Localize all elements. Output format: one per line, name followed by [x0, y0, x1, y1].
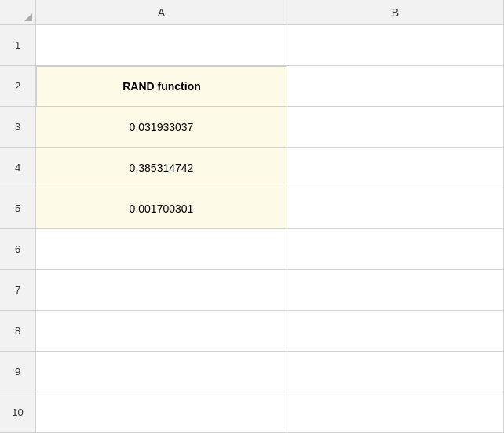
cell-c8[interactable]: [287, 311, 504, 352]
row-header-8: 8: [0, 311, 36, 352]
cell-c5[interactable]: [287, 188, 504, 229]
cell-b3[interactable]: 0.031933037: [36, 107, 287, 148]
cell-c4[interactable]: [287, 148, 504, 188]
row-header-7: 7: [0, 270, 36, 311]
row-header-2: 2: [0, 66, 36, 107]
cell-b6[interactable]: [36, 229, 287, 270]
col-header-a[interactable]: A: [36, 0, 287, 25]
row-header-10: 10: [0, 392, 36, 433]
col-header-b[interactable]: B: [287, 0, 504, 25]
row-header-5: 5: [0, 188, 36, 229]
row-header-3: 3: [0, 107, 36, 148]
cell-c6[interactable]: [287, 229, 504, 270]
row-header-9: 9: [0, 352, 36, 392]
row-header-1: 1: [0, 25, 36, 66]
cell-c7[interactable]: [287, 270, 504, 311]
cell-b2[interactable]: RAND function: [36, 66, 287, 107]
cell-b7[interactable]: [36, 270, 287, 311]
cell-c3[interactable]: [287, 107, 504, 148]
cell-b5[interactable]: 0.001700301: [36, 188, 287, 229]
spreadsheet: A B 1 2 RAND function 3 0.031933037 4 0.…: [0, 0, 504, 434]
row-header-6: 6: [0, 229, 36, 270]
grid: A B 1 2 RAND function 3 0.031933037 4 0.…: [0, 0, 504, 434]
row-header-4: 4: [0, 148, 36, 188]
cell-b4[interactable]: 0.385314742: [36, 148, 287, 188]
cell-b10[interactable]: [36, 392, 287, 433]
corner-cell: [0, 0, 36, 25]
cell-a1[interactable]: [36, 25, 287, 66]
cell-bc1[interactable]: [287, 25, 504, 66]
cell-c10[interactable]: [287, 392, 504, 433]
cell-b9[interactable]: [36, 352, 287, 392]
cell-c9[interactable]: [287, 352, 504, 392]
cell-b8[interactable]: [36, 311, 287, 352]
cell-c2[interactable]: [287, 66, 504, 107]
